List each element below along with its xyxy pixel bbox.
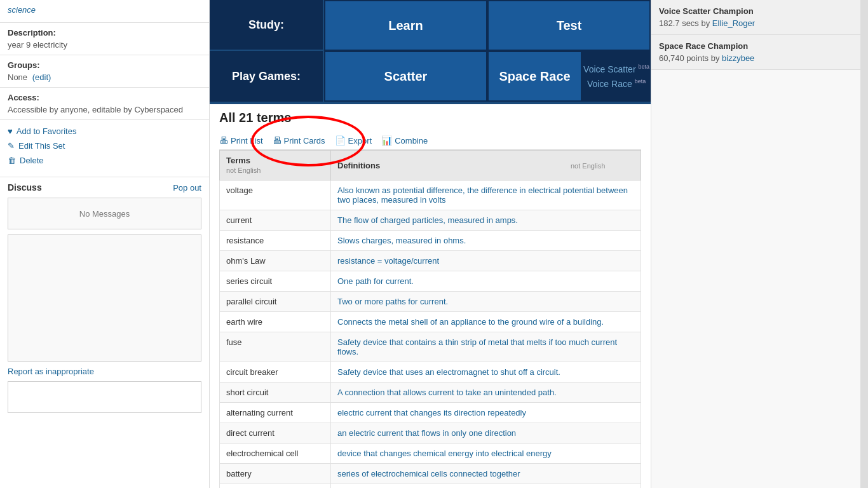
term-cell: resistance [220, 231, 331, 251]
add-favorites-label: Add to Favorites [17, 126, 77, 136]
pop-out-link[interactable]: Pop out [173, 183, 201, 193]
right-panel: Voice Scatter Champion 182.7 secs by Ell… [651, 0, 860, 488]
groups-section: Groups: None (edit) [0, 55, 209, 88]
table-row: voltsthe unit of voltage [220, 484, 641, 489]
test-button[interactable]: Test [487, 0, 651, 51]
delete-label: Delete [20, 156, 44, 165]
terms-table: Terms not English Definitions [219, 150, 641, 488]
discuss-header: Discuss Pop out [8, 182, 201, 193]
space-race-champion-title: Space Race Champion [659, 41, 853, 51]
learn-button[interactable]: Learn [324, 0, 487, 51]
voice-options: Voice Scatter beta Voice Race beta [582, 51, 651, 102]
table-row: short circuitA connection that allows cu… [220, 383, 641, 403]
delete-button[interactable]: 🗑 Delete [8, 156, 201, 165]
voice-scatter-champion-section: Voice Scatter Champion 182.7 secs by Ell… [651, 0, 860, 35]
export-button[interactable]: 📄 Export [335, 135, 372, 146]
table-row: series circuitOne path for current. [220, 271, 641, 292]
page-wrapper: science Description: year 9 electricity … [0, 0, 868, 488]
term-cell: alternating current [220, 403, 331, 423]
term-cell: voltage [220, 180, 331, 210]
edit-set-button[interactable]: ✎ Edit This Set [8, 141, 201, 151]
sidebar-actions: ♥ Add to Favorites ✎ Edit This Set 🗑 Del… [0, 120, 209, 177]
add-favorites-button[interactable]: ♥ Add to Favorites [8, 126, 201, 136]
space-race-champion-section: Space Race Champion 60,740 points by biz… [651, 35, 860, 70]
def-cell: Two or more paths for current. [331, 292, 641, 312]
no-messages-box: No Messages [8, 198, 201, 229]
def-cell: series of electrochemical cells connecte… [331, 464, 641, 484]
term-cell: electrochemical cell [220, 444, 331, 464]
combine-label: Combine [395, 136, 428, 146]
combine-button[interactable]: 📊 Combine [381, 135, 428, 146]
table-row: resistanceSlows charges, measured in ohm… [220, 231, 641, 251]
discuss-title: Discuss [8, 182, 42, 193]
terms-header: All 21 terms [219, 111, 641, 125]
def-cell: The flow of charged particles, measured … [331, 210, 641, 231]
def-cell: electric current that changes its direct… [331, 403, 641, 423]
scrollbar[interactable] [860, 0, 868, 488]
term-cell: short circuit [220, 383, 331, 403]
main-content: Study: Learn Test Play Games: Scatter Sp… [210, 0, 651, 488]
space-race-button[interactable]: Space Race [487, 51, 582, 102]
print-list-icon: 🖶 [219, 135, 228, 146]
groups-none: None [8, 72, 27, 82]
science-link[interactable]: science [8, 5, 201, 15]
voice-scatter-user-link[interactable]: Ellie_Roger [712, 18, 755, 28]
description-label: Description: [8, 28, 201, 37]
groups-label: Groups: [8, 60, 201, 70]
study-label: Study: [210, 0, 324, 51]
description-section: Description: year 9 electricity [0, 23, 209, 55]
combine-icon: 📊 [381, 135, 392, 146]
term-cell: parallel circuit [220, 292, 331, 312]
table-row: voltageAlso known as potential differenc… [220, 180, 641, 210]
trash-icon: 🗑 [8, 156, 16, 165]
print-cards-button[interactable]: 🖶 Print Cards [273, 135, 325, 146]
table-row: fuseSafety device that contains a thin s… [220, 332, 641, 362]
table-row: earth wireConnects the metal shell of an… [220, 312, 641, 332]
def-cell: One path for current. [331, 271, 641, 292]
no-messages-text: No Messages [79, 209, 130, 219]
report-link[interactable]: Report as inappropriate [8, 367, 201, 376]
heart-icon: ♥ [8, 126, 13, 136]
term-cell: series circuit [220, 271, 331, 292]
groups-edit-link[interactable]: (edit) [32, 72, 51, 82]
space-race-score: 60,740 points by [659, 53, 719, 63]
science-section: science [0, 0, 209, 23]
defs-column-header: Definitions not English [331, 151, 641, 180]
space-race-user-link[interactable]: bizzybee [722, 53, 754, 63]
term-cell: ohm's Law [220, 251, 331, 271]
def-cell: Slows charges, measured in ohms. [331, 231, 641, 251]
def-cell: the unit of voltage [331, 484, 641, 489]
space-race-champion-value: 60,740 points by bizzybee [659, 53, 853, 63]
terms-tbody: voltageAlso known as potential differenc… [220, 180, 641, 489]
voice-race-link[interactable]: Voice Race beta [587, 78, 646, 89]
groups-value: None (edit) [8, 72, 201, 82]
description-value: year 9 electricity [8, 40, 201, 50]
def-cell: Safety device that contains a thin strip… [331, 332, 641, 362]
discuss-empty-area [8, 234, 201, 362]
term-cell: volts [220, 484, 331, 489]
def-cell: Safety device that uses an electromagnet… [331, 362, 641, 383]
term-cell: earth wire [220, 312, 331, 332]
term-cell: fuse [220, 332, 331, 362]
def-cell: device that changes chemical energy into… [331, 444, 641, 464]
access-label: Access: [8, 93, 201, 102]
term-cell: circuit breaker [220, 362, 331, 383]
access-section: Access: Accessible by anyone, editable b… [0, 88, 209, 120]
edit-set-label: Edit This Set [18, 141, 65, 151]
voice-race-beta: beta [635, 78, 646, 85]
scatter-button[interactable]: Scatter [324, 51, 487, 102]
table-row: parallel circuitTwo or more paths for cu… [220, 292, 641, 312]
terms-column-header: Terms not English [220, 151, 331, 180]
term-cell: battery [220, 464, 331, 484]
table-row: direct currentan electric current that f… [220, 423, 641, 444]
export-icon: 📄 [335, 135, 346, 146]
print-list-label: Print List [231, 136, 263, 146]
term-cell: direct current [220, 423, 331, 444]
comment-input[interactable] [8, 381, 201, 413]
table-row: electrochemical celldevice that changes … [220, 444, 641, 464]
print-cards-icon: 🖶 [273, 135, 281, 146]
center-right-area: Study: Learn Test Play Games: Scatter Sp… [210, 0, 868, 488]
print-list-button[interactable]: 🖶 Print List [219, 135, 263, 146]
voice-scatter-link[interactable]: Voice Scatter beta [583, 64, 649, 74]
toolbar-wrapper: 🖶 Print List 🖶 Print Cards 📄 Export [219, 132, 641, 150]
